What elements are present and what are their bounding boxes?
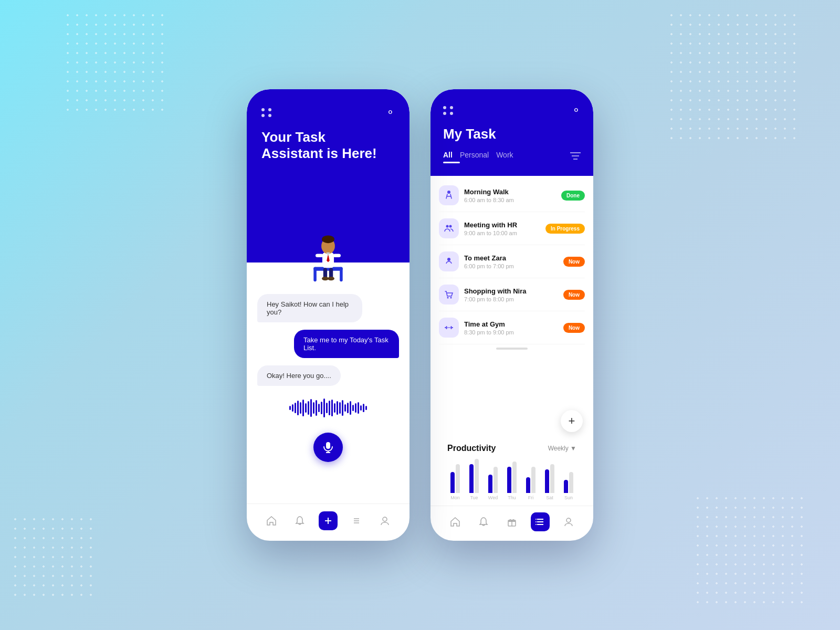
phone1-header: ⚬ Your Task Assistant is Here! (247, 89, 410, 262)
dots-decoration-bl (10, 514, 94, 598)
chat-bubble-1: Hey Saikot! How can I help you? (257, 294, 362, 322)
svg-point-30 (447, 297, 449, 299)
chat-bubble-2: Take me to my Today's Task List. (294, 330, 399, 358)
chart-col-thu: Thu (504, 459, 520, 500)
svg-point-43 (536, 519, 537, 520)
svg-point-29 (447, 258, 450, 261)
character-illustration (302, 220, 354, 289)
svg-point-44 (536, 521, 537, 522)
svg-point-46 (566, 518, 571, 522)
chat-bubble-3: Okay! Here you go.... (257, 365, 341, 386)
phone2-body: Morning Walk 6:00 am to 8:30 am Done (430, 176, 593, 506)
phone2-title: My Task (443, 126, 581, 142)
task-info-shopping: Shopping with Nira 7:00 pm to 8:00 pm (464, 287, 558, 302)
filter-icon[interactable] (570, 152, 581, 163)
tab-work[interactable]: Work (496, 151, 520, 163)
menu-dots-2[interactable] (443, 106, 454, 115)
svg-point-6 (322, 235, 334, 243)
weekly-filter[interactable]: Weekly ▼ (548, 445, 576, 452)
dots-decoration-tl (63, 10, 168, 116)
nav-list[interactable] (347, 511, 366, 530)
menu-dots[interactable] (261, 108, 272, 117)
svg-rect-34 (446, 326, 447, 329)
task-time-walk: 6:00 am to 8:30 am (464, 197, 556, 203)
svg-point-9 (322, 277, 329, 280)
task-icon-zara (439, 251, 459, 271)
scroll-indicator (496, 348, 528, 350)
phone1-body: Hey Saikot! How can I help you? Take me … (247, 262, 410, 503)
phone2-header: ⚬ My Task All Personal Work (430, 89, 593, 176)
task-name-gym: Time at Gym (464, 320, 558, 328)
phone2: ⚬ My Task All Personal Work (430, 89, 593, 541)
nav2-user[interactable] (559, 512, 578, 531)
chart-area: MonTueWedThuFriSatSun (447, 458, 576, 500)
task-time-gym: 8:30 pm to 9:00 pm (464, 329, 558, 335)
chart-label-fri: Fri (528, 495, 534, 500)
svg-rect-35 (451, 326, 452, 329)
task-time-meeting: 9:00 am to 10:00 am (464, 230, 540, 236)
dots-decoration-tr (667, 10, 798, 142)
nav2-home[interactable] (446, 512, 465, 531)
chart-col-tue: Tue (466, 459, 482, 500)
task-item-meeting[interactable]: Meeting with HR 9:00 am to 10:00 am In P… (439, 212, 585, 245)
chart-col-mon: Mon (447, 459, 463, 500)
task-time-shopping: 7:00 pm to 8:00 pm (464, 296, 558, 302)
task-info-zara: To meet Zara 6:00 pm to 7:00 pm (464, 254, 558, 269)
phone2-navbar (430, 506, 593, 541)
tab-all[interactable]: All (443, 151, 460, 163)
productivity-title: Productivity (447, 444, 496, 453)
badge-zara: Now (563, 257, 585, 267)
task-name-meeting: Meeting with HR (464, 221, 540, 229)
task-info-walk: Morning Walk 6:00 am to 8:30 am (464, 188, 556, 203)
task-item-zara[interactable]: To meet Zara 6:00 pm to 7:00 pm Now (439, 245, 585, 278)
search-icon[interactable]: ⚬ (386, 106, 395, 119)
dots-decoration-br (693, 494, 808, 609)
svg-point-28 (449, 225, 452, 228)
chart-label-tue: Tue (470, 495, 478, 500)
chart-col-sat: Sat (542, 459, 558, 500)
task-name-zara: To meet Zara (464, 254, 558, 262)
phone1-navbar (247, 503, 410, 541)
svg-point-10 (328, 277, 334, 280)
nav-home[interactable] (262, 511, 281, 530)
task-name-walk: Morning Walk (464, 188, 556, 196)
task-list-wrapper: Morning Walk 6:00 am to 8:30 am Done (439, 176, 585, 410)
badge-gym: Now (563, 323, 585, 333)
add-task-button[interactable]: + (561, 410, 583, 432)
svg-point-22 (383, 517, 387, 521)
task-item-shopping[interactable]: Shopping with Nira 7:00 pm to 8:00 pm No… (439, 278, 585, 311)
badge-meeting: In Progress (545, 224, 585, 234)
task-item-morning-walk[interactable]: Morning Walk 6:00 am to 8:30 am Done (439, 179, 585, 212)
svg-rect-14 (326, 442, 330, 449)
search-icon-2[interactable]: ⚬ (572, 104, 581, 117)
tab-personal[interactable]: Personal (460, 151, 496, 163)
nav2-list-active[interactable] (531, 512, 550, 531)
svg-rect-36 (447, 328, 451, 328)
add-btn-row: + (439, 410, 585, 438)
productivity-header: Productivity Weekly ▼ (447, 444, 576, 453)
chart-label-sun: Sun (564, 495, 573, 500)
nav-bell[interactable] (290, 511, 309, 530)
nav-plus-active[interactable] (319, 511, 338, 530)
svg-point-27 (446, 225, 449, 228)
mic-button[interactable] (313, 433, 343, 462)
svg-rect-12 (333, 254, 341, 257)
task-icon-shopping (439, 285, 459, 304)
phone1-title: Your Task Assistant is Here! (261, 129, 395, 162)
task-time-zara: 6:00 pm to 7:00 pm (464, 263, 558, 269)
badge-walk: Done (561, 191, 585, 201)
task-info-gym: Time at Gym 8:30 pm to 9:00 pm (464, 320, 558, 335)
svg-point-45 (536, 524, 537, 525)
nav2-gift[interactable] (502, 512, 521, 531)
chart-col-sun: Sun (561, 459, 576, 500)
nav-user[interactable] (375, 511, 394, 530)
task-info-meeting: Meeting with HR 9:00 am to 10:00 am (464, 221, 540, 236)
productivity-section: Productivity Weekly ▼ MonTueWedThuFriSat… (439, 438, 585, 506)
svg-rect-2 (340, 267, 343, 281)
task-item-gym[interactable]: Time at Gym 8:30 pm to 9:00 pm Now (439, 311, 585, 344)
chart-col-wed: Wed (485, 459, 501, 500)
nav2-bell[interactable] (474, 512, 493, 531)
task-icon-gym (439, 318, 459, 338)
task-name-shopping: Shopping with Nira (464, 287, 558, 295)
svg-rect-11 (316, 254, 323, 257)
